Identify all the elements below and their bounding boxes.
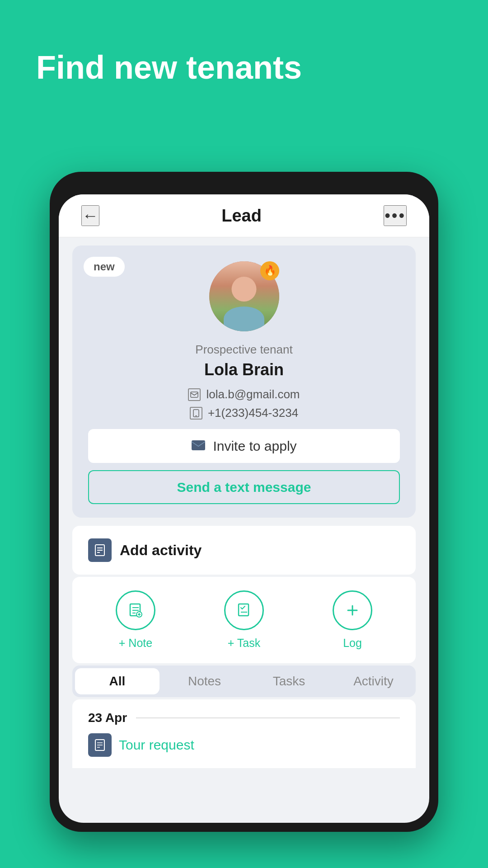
activity-section: Add activity [72, 526, 416, 575]
add-task-button[interactable]: + Task [224, 590, 264, 650]
more-options-button[interactable]: ••• [384, 205, 407, 226]
screen-title: Lead [221, 206, 262, 226]
date-label: 23 Apr [88, 711, 400, 725]
task-label: + Task [228, 637, 261, 650]
timeline-section: 23 Apr Tour request [72, 699, 416, 768]
svg-rect-15 [239, 604, 249, 616]
phone-frame: ← Lead ••• new 🔥 Prospective tenant Lola… [50, 172, 438, 832]
tab-activity[interactable]: Activity [331, 665, 416, 697]
page-title: Find new tenants [0, 0, 488, 113]
email-text: lola.b@gmail.com [206, 387, 300, 401]
page-background: Find new tenants ← Lead ••• new 🔥 Prospe… [0, 0, 488, 113]
invite-label: Invite to apply [213, 439, 296, 454]
log-label: Log [343, 637, 362, 650]
log-circle-icon [333, 590, 372, 630]
phone-row: +1(233)454-3234 [88, 406, 400, 420]
note-label: + Note [119, 637, 152, 650]
tenant-name: Lola Brain [88, 360, 400, 379]
app-bar: ← Lead ••• [59, 194, 429, 237]
phone-screen: ← Lead ••• new 🔥 Prospective tenant Lola… [59, 194, 429, 823]
log-button[interactable]: Log [333, 590, 372, 650]
send-text-message-button[interactable]: Send a text message [88, 470, 400, 504]
email-icon [188, 388, 201, 401]
email-row: lola.b@gmail.com [88, 387, 400, 401]
phone-text: +1(233)454-3234 [208, 406, 298, 420]
tab-all[interactable]: All [75, 668, 160, 694]
tabs-section: All Notes Tasks Activity [72, 665, 416, 697]
avatar-container: 🔥 [88, 261, 400, 331]
note-circle-icon [116, 590, 155, 630]
date-text: 23 Apr [88, 711, 127, 725]
task-circle-icon [224, 590, 264, 630]
tour-label[interactable]: Tour request [119, 737, 194, 753]
invite-to-apply-button[interactable]: Invite to apply [88, 429, 400, 463]
tabs-row: All Notes Tasks Activity [72, 665, 416, 697]
svg-rect-3 [192, 440, 205, 450]
invite-icon [191, 439, 206, 454]
fire-badge-icon: 🔥 [260, 261, 279, 280]
svg-rect-0 [191, 392, 198, 397]
tab-notes[interactable]: Notes [162, 665, 247, 697]
back-button[interactable]: ← [81, 205, 99, 226]
svg-rect-2 [195, 415, 197, 416]
prospect-label: Prospective tenant [88, 343, 400, 357]
tour-row: Tour request [88, 733, 400, 757]
tab-tasks[interactable]: Tasks [247, 665, 331, 697]
activity-title: Add activity [120, 542, 202, 559]
tour-icon [88, 733, 112, 757]
activity-header: Add activity [88, 538, 400, 562]
phone-icon [190, 407, 202, 420]
date-divider [136, 717, 400, 718]
actions-section: + Note + Task [72, 577, 416, 663]
add-note-button[interactable]: + Note [116, 590, 155, 650]
tenant-card: new 🔥 Prospective tenant Lola Brain [72, 245, 416, 518]
activity-icon [88, 538, 112, 562]
